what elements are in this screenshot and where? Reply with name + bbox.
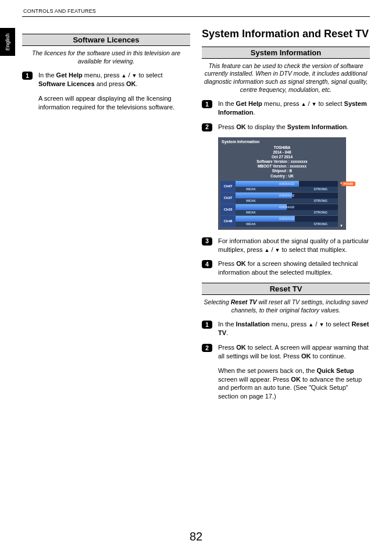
signal-bar: AVERAGE xyxy=(236,204,338,210)
strong-label: STRONG xyxy=(313,222,327,226)
channel-body: AVERAGEWEAKSTRONG xyxy=(236,204,338,215)
software-licences-heading: Software Licences xyxy=(22,34,190,46)
strong-label: STRONG xyxy=(313,187,327,191)
channel-label: Ch67 xyxy=(220,181,236,192)
signal-bar: AVERAGE xyxy=(236,216,338,222)
right-column: System Information and Reset TV System I… xyxy=(202,28,370,407)
software-licences-step-1: 1 In the Get Help menu, press ▲ / ▼ to s… xyxy=(22,71,190,88)
average-label: AVERAGE xyxy=(279,217,295,220)
average-label: AVERAGE xyxy=(279,194,295,197)
strong-label: STRONG xyxy=(313,211,327,214)
reset-step-1: 1 In the Installation menu, press ▲ / ▼ … xyxy=(202,320,370,337)
sysinfo-channel-row: Ch33AVERAGEWEAKSTRONG xyxy=(220,204,338,215)
step-text: In the Get Help menu, press ▲ / ▼ to sel… xyxy=(38,71,190,88)
language-tab: English xyxy=(0,28,15,56)
main-title: System Information and Reset TV xyxy=(202,28,370,41)
sysinfo-channel-row: Ch67AVERAGEPOORWEAKSTRONG xyxy=(220,181,338,192)
page-content: Software Licences The licences for the s… xyxy=(22,28,370,407)
sysinfo-scroll-arrows: ▲ ▼ xyxy=(339,181,344,227)
sysinfo-step-4: 4 Press OK for a screen showing detailed… xyxy=(202,259,370,277)
reset-tv-heading: Reset TV xyxy=(202,283,370,295)
system-information-heading: System Information xyxy=(202,47,370,59)
channel-label: Ch48 xyxy=(220,216,236,227)
average-label: AVERAGE xyxy=(279,205,295,209)
weak-label: WEAK xyxy=(246,187,256,191)
step-text: Press OK for a screen showing detailed t… xyxy=(218,259,370,277)
down-arrow-icon: ▼ xyxy=(319,321,324,328)
sysinfo-box-title: System Information xyxy=(220,140,344,144)
system-info-screenshot: System Information TOSHIBA 2014 - 048 Oc… xyxy=(218,137,346,230)
step-text: Press OK to select. A screen will appear… xyxy=(218,343,370,361)
sysinfo-channel-row: Ch37AVERAGEWEAKSTRONG xyxy=(220,193,338,204)
up-arrow-icon: ▲ xyxy=(308,321,313,328)
strong-label: STRONG xyxy=(313,199,327,202)
poor-badge: POOR xyxy=(341,182,355,186)
step-badge: 4 xyxy=(202,260,212,268)
software-licences-post-text: A screen will appear displaying all the … xyxy=(38,94,190,112)
down-arrow-icon: ▼ xyxy=(275,247,280,254)
channel-body: AVERAGEWEAKSTRONG xyxy=(236,216,338,227)
channel-label: Ch33 xyxy=(220,204,236,215)
step-text: In the Get Help menu, press ▲ / ▼ to sel… xyxy=(218,99,370,117)
average-label: AVERAGE xyxy=(279,182,295,186)
left-column: Software Licences The licences for the s… xyxy=(22,28,190,407)
signal-scale: WEAKSTRONG xyxy=(236,210,338,215)
signal-bar: AVERAGEPOOR xyxy=(236,181,338,187)
reset-step-2: 2 Press OK to select. A screen will appe… xyxy=(202,343,370,361)
sysinfo-rows: Ch67AVERAGEPOORWEAKSTRONGCh37AVERAGEWEAK… xyxy=(220,181,338,227)
channel-label: Ch37 xyxy=(220,193,236,204)
weak-label: WEAK xyxy=(246,222,256,226)
sysinfo-channel-row: Ch48AVERAGEWEAKSTRONG xyxy=(220,216,338,227)
signal-scale: WEAKSTRONG xyxy=(236,198,338,204)
channel-body: AVERAGEPOORWEAKSTRONG xyxy=(236,181,338,192)
channel-body: AVERAGEWEAKSTRONG xyxy=(236,193,338,204)
step-badge: 2 xyxy=(202,344,212,352)
step-badge: 1 xyxy=(202,100,212,108)
signal-scale: WEAKSTRONG xyxy=(236,222,338,227)
step-text: For information about the signal quality… xyxy=(218,237,370,254)
step-badge: 2 xyxy=(202,123,212,131)
step-badge: 3 xyxy=(202,237,212,246)
sysinfo-step-2: 2 Press OK to display the System Informa… xyxy=(202,123,370,131)
sysinfo-rows-wrap: Ch67AVERAGEPOORWEAKSTRONGCh37AVERAGEWEAK… xyxy=(220,181,344,227)
page-number: 82 xyxy=(0,530,392,543)
sysinfo-meta: TOSHIBA 2014 - 048 Oct 27 2014 Software … xyxy=(220,145,344,179)
reset-post-text: When the set powers back on, the Quick S… xyxy=(218,367,370,401)
weak-label: WEAK xyxy=(246,199,256,202)
step-badge: 1 xyxy=(22,72,33,80)
down-arrow-icon: ▼ xyxy=(340,224,343,227)
sysinfo-step-1: 1 In the Get Help menu, press ▲ / ▼ to s… xyxy=(202,99,370,117)
system-information-intro: This feature can be used to check the ve… xyxy=(202,62,370,94)
signal-bar: AVERAGE xyxy=(236,193,338,198)
step-badge: 1 xyxy=(202,321,212,329)
weak-label: WEAK xyxy=(246,211,256,214)
header-rule xyxy=(22,16,370,17)
software-licences-intro: The licences for the software used in th… xyxy=(22,49,190,65)
sysinfo-step-3: 3 For information about the signal quali… xyxy=(202,237,370,254)
step-text: Press OK to display the System Informati… xyxy=(218,123,370,131)
step-text: In the Installation menu, press ▲ / ▼ to… xyxy=(218,320,370,337)
section-header: CONTROLS AND FEATURES xyxy=(23,8,96,14)
signal-scale: WEAKSTRONG xyxy=(236,187,338,192)
reset-tv-intro: Selecting Reset TV will reset all TV set… xyxy=(202,298,370,314)
